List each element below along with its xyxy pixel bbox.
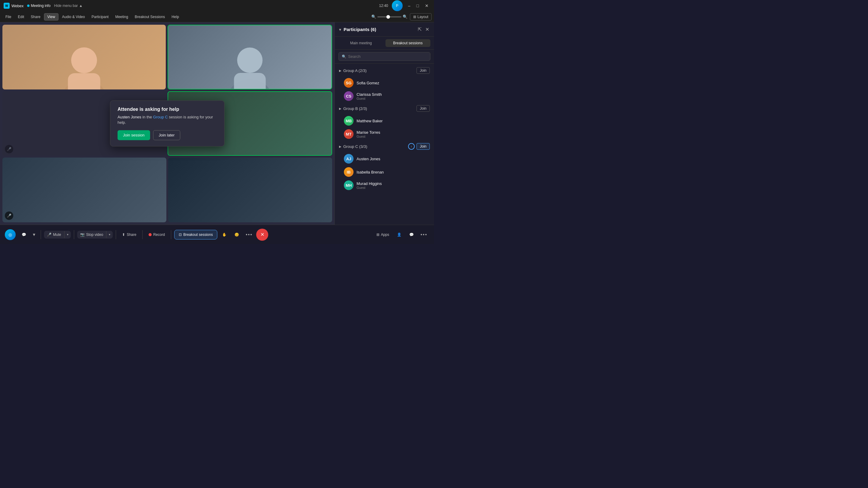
- avatar-clarissa-smith: CS: [344, 91, 353, 101]
- meeting-info-button[interactable]: Meeting info: [27, 4, 50, 8]
- panel-popout-button[interactable]: ⇱: [417, 26, 422, 33]
- participant-role-marise: Guest: [356, 135, 430, 138]
- search-input[interactable]: [348, 54, 427, 59]
- record-button[interactable]: Record: [146, 231, 168, 238]
- zoom-out-icon[interactable]: 🔍: [371, 14, 376, 19]
- group-b-join-button[interactable]: Join: [416, 105, 430, 112]
- participant-name-austen: Austen Jones: [356, 157, 430, 161]
- participants-icon: 👤: [397, 233, 401, 237]
- reactions-more-button[interactable]: ▾: [31, 230, 38, 238]
- participant-info-matthew: Matthew Baker: [356, 119, 430, 123]
- avatar-marise-torres: MT: [344, 129, 353, 139]
- participant-name-murad: Murad Higgins: [356, 181, 430, 186]
- participants-button[interactable]: 👤: [394, 231, 404, 238]
- breakout-label: Breakout sessions: [183, 233, 213, 237]
- panel-title: Participants (6): [344, 27, 415, 32]
- toolbar-more-button[interactable]: •••: [418, 231, 429, 238]
- video-tile-5: 🎤: [2, 158, 166, 222]
- zoom-slider[interactable]: [377, 16, 401, 18]
- mute-button[interactable]: 🎤 Mute: [44, 231, 64, 238]
- layout-button[interactable]: ⊞ Layout: [410, 13, 432, 21]
- video-tile-2: [167, 25, 332, 90]
- mute-icon: 🎤: [47, 233, 52, 237]
- chat-button[interactable]: 💬: [406, 231, 417, 238]
- mute-chevron-button[interactable]: ▾: [64, 231, 71, 238]
- participant-role-clarissa: Guest: [356, 97, 430, 100]
- zoom-slider-thumb: [386, 15, 390, 19]
- participant-name-isabella: Isabella Brenan: [356, 170, 430, 174]
- participant-info-isabella: Isabella Brenan: [356, 170, 430, 174]
- menu-participant[interactable]: Participant: [89, 13, 112, 20]
- share-label: Share: [127, 233, 136, 237]
- group-a-chevron: ▶: [339, 69, 341, 72]
- menu-edit[interactable]: Edit: [15, 13, 27, 20]
- title-bar: W Webex Meeting info Hide menu bar ▲ 12:…: [0, 0, 434, 11]
- participant-info-marise: Marise Torres Guest: [356, 130, 430, 138]
- bottom-toolbar: ◎ 💬 ▾ 🎤 Mute ▾ 📷 Stop video ▾ ⬆ Share Re…: [0, 225, 434, 244]
- video-tile-6: [168, 158, 332, 222]
- zoom-control: 🔍 🔍: [371, 14, 407, 19]
- menu-share[interactable]: Share: [28, 13, 43, 20]
- maximize-button[interactable]: □: [415, 3, 421, 9]
- panel-expand-icon[interactable]: ▾: [339, 27, 341, 32]
- participant-sofia-gomez: SG Sofia Gomez: [335, 76, 434, 90]
- tab-breakout-sessions[interactable]: Breakout sessions: [385, 39, 431, 47]
- group-a-header[interactable]: ▶ Group A (2/3) Join: [335, 65, 434, 76]
- panel-search: 🔍: [335, 50, 434, 64]
- join-later-button[interactable]: Join later: [153, 130, 181, 140]
- hide-menu-button[interactable]: Hide menu bar ▲: [54, 4, 83, 8]
- avatar-murad-higgins: MH: [344, 181, 353, 190]
- webex-activity-button[interactable]: ◎: [5, 229, 16, 240]
- search-box: 🔍: [338, 52, 430, 61]
- profile-avatar[interactable]: P: [392, 0, 403, 11]
- participant-austen-jones: AJ Austen Jones: [335, 152, 434, 165]
- reactions-emoji-button[interactable]: 😊: [231, 231, 242, 238]
- group-a-join-button[interactable]: Join: [416, 67, 430, 74]
- tab-main-meeting[interactable]: Main meeting: [338, 39, 384, 47]
- group-b-header[interactable]: ▶ Group B (2/3) Join: [335, 103, 434, 114]
- reactions-button[interactable]: 💬: [19, 231, 29, 238]
- group-c-name: Group C (3/3): [343, 144, 406, 149]
- group-c-join-button[interactable]: Join: [416, 143, 430, 150]
- breakout-sessions-button[interactable]: ⊡ Breakout sessions: [174, 230, 217, 239]
- menu-meeting[interactable]: Meeting: [112, 13, 131, 20]
- meeting-info-label: Meeting info: [31, 4, 50, 8]
- panel-close-button[interactable]: ✕: [425, 26, 430, 33]
- video-tile-1: [2, 25, 166, 90]
- more-options-button[interactable]: •••: [244, 231, 254, 238]
- participant-info-clarissa: Clarissa Smith Guest: [356, 92, 430, 100]
- end-call-icon: ✕: [260, 232, 264, 237]
- zoom-in-icon[interactable]: 🔍: [403, 14, 407, 19]
- stop-video-button[interactable]: 📷 Stop video: [77, 231, 106, 238]
- group-c-chevron: ▶: [339, 145, 341, 148]
- layout-label: Layout: [417, 15, 428, 19]
- avatar-matthew-baker: MB: [344, 116, 353, 126]
- participant-info-murad: Murad Higgins Guest: [356, 181, 430, 190]
- video-group: 📷 Stop video ▾: [77, 231, 113, 238]
- participant-role-murad: Guest: [356, 186, 430, 190]
- close-button[interactable]: ✕: [423, 3, 430, 9]
- end-call-button[interactable]: ✕: [256, 229, 268, 241]
- record-label: Record: [153, 233, 165, 237]
- raise-hand-icon: ✋: [222, 233, 227, 237]
- minimize-button[interactable]: –: [406, 3, 412, 9]
- group-c-header[interactable]: ▶ Group C (3/3) ↑ Join: [335, 141, 434, 152]
- group-c-help-badge: ↑: [408, 143, 415, 150]
- menu-bar-right: 🔍 🔍 ⊞ Layout: [371, 13, 432, 21]
- video-row-top: [2, 25, 332, 90]
- apps-button[interactable]: ⊞ Apps: [373, 231, 392, 238]
- menu-help[interactable]: Help: [168, 13, 182, 20]
- group-b-chevron: ▶: [339, 107, 341, 110]
- join-session-button[interactable]: Join session: [118, 130, 150, 140]
- menu-breakout-sessions[interactable]: Breakout Sessions: [132, 13, 168, 20]
- raise-hand-button[interactable]: ✋: [219, 231, 230, 238]
- participant-murad-higgins: MH Murad Higgins Guest: [335, 178, 434, 192]
- menu-view[interactable]: View: [44, 13, 59, 21]
- svg-rect-2: [68, 73, 100, 90]
- separator-3: [116, 230, 116, 239]
- share-button[interactable]: ⬆ Share: [119, 231, 139, 238]
- layout-icon: ⊞: [413, 15, 416, 19]
- menu-audio-video[interactable]: Audio & Video: [59, 13, 88, 20]
- menu-file[interactable]: File: [2, 13, 14, 20]
- video-chevron-button[interactable]: ▾: [106, 231, 113, 238]
